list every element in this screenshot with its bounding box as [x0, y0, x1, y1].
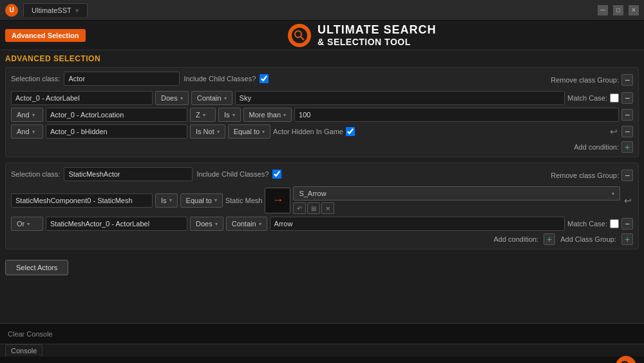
- footer-bottom: BUILD COMPLEX FILTER CRITERIA: [0, 357, 644, 363]
- operator-dropdown-1-3[interactable]: Is Not ▾: [190, 124, 225, 139]
- include-child-checkbox-1[interactable]: [260, 74, 269, 83]
- condition-arrow-1-1: ▾: [224, 95, 227, 101]
- svg-point-0: [295, 31, 301, 37]
- connector-dropdown-1-2[interactable]: And ▾: [11, 108, 43, 122]
- app-icon: [288, 24, 311, 47]
- mesh-clear-button[interactable]: ✕: [321, 202, 334, 214]
- value-input-1-2[interactable]: [294, 108, 619, 122]
- remove-row-button-2-2[interactable]: −: [621, 218, 633, 230]
- remove-class-group-button-1[interactable]: −: [621, 74, 633, 86]
- remove-row-button-1-3[interactable]: −: [621, 126, 633, 137]
- condition-dropdown-1-1[interactable]: Contain ▾: [191, 91, 232, 105]
- maximize-button[interactable]: □: [613, 5, 623, 15]
- axis-dropdown-1-2[interactable]: Z ▾: [190, 108, 216, 122]
- class-row-1: Selection class: Include Child Classes? …: [11, 72, 633, 88]
- filter-row-2-2: Or ▾ Does ▾ Contain ▾ Match Case: −: [11, 217, 633, 231]
- app-header: Advanced Selection ULTIMATE SEARCH & SEL…: [0, 21, 644, 50]
- select-actors-button[interactable]: Select Actors: [5, 260, 68, 275]
- mesh-preview: →: [265, 188, 290, 213]
- section-title: ADVANCED SELECTION: [5, 54, 639, 63]
- hidden-value-checkbox[interactable]: [346, 127, 355, 136]
- search-logo-icon: [294, 30, 305, 41]
- selection-class-input-1[interactable]: [64, 72, 180, 86]
- app-logo: U: [5, 4, 18, 17]
- filter-row-1-3: And ▾ Is Not ▾ Equal to ▾ Actor Hidden I…: [11, 124, 633, 139]
- mesh-browse-button[interactable]: ⊞: [307, 202, 320, 214]
- connector-arrow-2-2: ▾: [27, 221, 30, 227]
- remove-class-group-label-2: Remove class Group:: [551, 172, 619, 179]
- svg-line-1: [301, 37, 304, 40]
- window-controls: ─ □ ×: [598, 5, 639, 15]
- condition-dropdown-2-1[interactable]: Equal to ▾: [180, 193, 223, 208]
- app-title-line2: & SELECTION TOOL: [317, 37, 436, 47]
- operator-dropdown-2-2[interactable]: Does ▾: [190, 217, 223, 231]
- filter-row-1-1: Does ▾ Contain ▾ Match Case: −: [11, 91, 633, 105]
- condition-dropdown-2-2[interactable]: Contain ▾: [226, 217, 267, 231]
- operator-arrow-2-2: ▾: [215, 221, 218, 227]
- selection-class-label-1: Selection class:: [11, 75, 60, 83]
- remove-class-group-button-2[interactable]: −: [621, 170, 633, 181]
- minimize-button[interactable]: ─: [598, 5, 608, 15]
- match-case-checkbox-2[interactable]: [610, 219, 619, 228]
- field-input-2-2[interactable]: [46, 217, 187, 231]
- condition-dropdown-1-3[interactable]: Equal to ▾: [228, 124, 270, 139]
- add-class-group-button-2[interactable]: +: [621, 233, 633, 245]
- console-tab[interactable]: Console: [5, 344, 43, 357]
- app-title-line1: ULTIMATE SEARCH: [317, 23, 436, 37]
- add-condition-label-2: Add condition:: [493, 235, 538, 243]
- condition-arrow-1-2: ▾: [283, 112, 286, 118]
- app-icon-inner: [292, 28, 307, 43]
- connector-arrow-1-2: ▾: [32, 112, 35, 118]
- field-input-1-3[interactable]: [46, 124, 187, 139]
- condition-dropdown-1-2[interactable]: More than ▾: [243, 108, 292, 122]
- filter-row-1-2: And ▾ Z ▾ Is ▾ More than ▾ −: [11, 108, 633, 122]
- axis-arrow-1-2: ▾: [203, 112, 205, 118]
- console-area: Clear Console: [0, 324, 644, 344]
- field-input-2-1[interactable]: [11, 193, 153, 208]
- connector-dropdown-2-2[interactable]: Or ▾: [11, 217, 43, 231]
- footer: Clear Console Console BUILD COMPLEX FILT…: [0, 323, 644, 363]
- tab-close-icon[interactable]: ×: [75, 7, 79, 14]
- include-child-label-2: Include Child Classes?: [196, 170, 269, 178]
- advanced-selection-tab[interactable]: Advanced Selection: [5, 29, 86, 42]
- remove-row-button-1-1[interactable]: −: [621, 92, 633, 104]
- filter-row-2-1: Is ▾ Equal to ▾ Static Mesh → S_Arrow ▾ …: [11, 186, 633, 214]
- selection-class-label-2: Selection class:: [11, 170, 60, 178]
- add-class-group-label-2: Add Class Group:: [560, 235, 616, 243]
- field-input-1-1[interactable]: [11, 91, 153, 105]
- remove-row-button-1-2[interactable]: −: [621, 109, 633, 121]
- mesh-label: Static Mesh: [225, 197, 262, 204]
- tab-label: UltimateSST: [32, 6, 71, 14]
- field-input-1-2[interactable]: [46, 108, 187, 122]
- value-input-1-1[interactable]: [235, 91, 565, 105]
- condition-arrow-1-3: ▾: [262, 129, 265, 135]
- add-condition-button-1[interactable]: +: [621, 141, 633, 153]
- operator-dropdown-1-1[interactable]: Does ▾: [155, 91, 189, 105]
- condition-arrow-2-2: ▾: [259, 221, 261, 227]
- filter-group-1: Selection class: Include Child Classes? …: [5, 67, 639, 157]
- operator-dropdown-1-2[interactable]: Is ▾: [218, 108, 241, 122]
- condition-arrow-2-1: ▾: [214, 197, 217, 203]
- mesh-right-section: S_Arrow ▾ ↶ ⊞ ✕: [293, 186, 620, 214]
- filter-group-2: Selection class: Include Child Classes? …: [5, 162, 639, 250]
- mesh-undo-button[interactable]: ↶: [293, 202, 306, 214]
- operator-dropdown-2-1[interactable]: Is ▾: [155, 193, 178, 208]
- title-bar: U UltimateSST × ─ □ ×: [0, 0, 644, 21]
- class-row-2: Selection class: Include Child Classes? …: [11, 167, 633, 184]
- include-child-checkbox-2[interactable]: [272, 170, 281, 179]
- title-tab[interactable]: UltimateSST ×: [23, 3, 88, 17]
- selection-class-input-2[interactable]: [64, 167, 193, 181]
- clear-console-button[interactable]: Clear Console: [5, 329, 55, 339]
- connector-dropdown-1-3[interactable]: And ▾: [11, 124, 43, 139]
- window-close-button[interactable]: ×: [629, 5, 639, 15]
- value-input-2-2[interactable]: [270, 217, 565, 231]
- match-case-label-1: Match Case:: [567, 94, 607, 102]
- footer-search-icon: [616, 356, 636, 363]
- app-title-area: ULTIMATE SEARCH & SELECTION TOOL: [288, 23, 436, 47]
- app-title-block: ULTIMATE SEARCH & SELECTION TOOL: [317, 23, 436, 47]
- mesh-dropdown[interactable]: S_Arrow ▾: [293, 186, 620, 201]
- undo-button-1-3[interactable]: ↩: [609, 126, 619, 137]
- match-case-checkbox-1[interactable]: [610, 93, 619, 103]
- add-condition-button-2[interactable]: +: [544, 233, 555, 245]
- undo-button-2-1[interactable]: ↩: [623, 195, 633, 206]
